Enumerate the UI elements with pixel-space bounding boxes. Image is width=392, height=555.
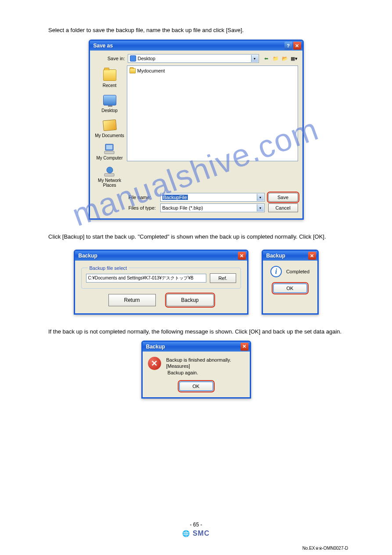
abnormal-line2: [Measures] [166, 363, 231, 370]
place-mydocs-label: My Documents [95, 133, 124, 138]
chevron-down-icon[interactable]: ▼ [251, 55, 258, 62]
return-button[interactable]: Return [108, 294, 156, 306]
save-button[interactable]: Save [268, 193, 298, 202]
close-icon[interactable]: ✕ [308, 252, 316, 260]
save-in-value: Desktop [138, 56, 155, 61]
up-folder-icon[interactable]: 📁 [272, 54, 280, 62]
instruction-line-3: If the back up is not completed normally… [48, 328, 348, 336]
footer-docnum: No.EX※※-OMN0027-D [302, 546, 348, 551]
close-icon[interactable]: ✕ [241, 343, 248, 351]
backup-file-legend: Backup file select [88, 265, 129, 271]
abnormal-line3: Backup again. [166, 370, 231, 376]
places-bar: Recent Desktop My Documents My [93, 65, 127, 190]
filetype-dropdown[interactable]: Backup File (*.bkp) ▼ [160, 203, 265, 212]
filename-value: BackupFile [162, 195, 188, 200]
close-icon[interactable]: ✕ [238, 252, 246, 260]
help-icon[interactable]: ? [284, 42, 292, 50]
cancel-button[interactable]: Cancel [268, 203, 298, 212]
place-network-places[interactable]: My Network Places [94, 166, 125, 188]
file-list-area[interactable]: Mydocument [127, 65, 298, 161]
completed-text: Completed [286, 269, 309, 274]
place-mydocuments[interactable]: My Documents [94, 118, 125, 138]
backup-select-titlebar: Backup ✕ [75, 251, 247, 261]
page-number: - 65 - [0, 522, 392, 528]
chevron-down-icon[interactable]: ▼ [257, 194, 264, 201]
error-icon: ✕ [148, 357, 161, 370]
abnormal-message: Backup is finished abnormally. [Measures… [166, 357, 231, 377]
globe-icon: 🌐 [182, 530, 190, 537]
backup-select-title: Backup [79, 253, 238, 259]
new-folder-icon[interactable]: 📂 [281, 54, 289, 62]
file-item-name: Mydocument [137, 68, 165, 73]
backup-abnormal-dialog: Backup ✕ ✕ Backup is finished abnormally… [141, 341, 251, 399]
backup-completed-dialog: Backup ✕ i Completed OK [262, 250, 319, 315]
place-mycomputer[interactable]: My Computer [94, 143, 125, 160]
chevron-down-icon[interactable]: ▼ [257, 204, 264, 211]
file-item[interactable]: Mydocument [129, 68, 296, 74]
views-icon[interactable]: ▦▾ [290, 54, 298, 62]
recent-folder-icon [103, 69, 116, 81]
backup-select-dialog: Backup ✕ Backup file select Ref. Return … [74, 250, 248, 315]
filename-label: File name: [127, 195, 160, 200]
completed-title: Backup [266, 253, 308, 259]
svg-rect-2 [104, 151, 114, 154]
instruction-line-2: Click [Backup] to start the back up. "Co… [48, 233, 348, 241]
save-in-dropdown[interactable]: Desktop ▼ [128, 54, 259, 63]
instruction-line-1: Select a folder to save the backup file,… [48, 26, 348, 34]
save-as-titlebar: Save as ? ✕ [90, 41, 302, 51]
filename-input[interactable]: BackupFile ▼ [160, 193, 265, 202]
save-in-label: Save in: [93, 56, 128, 61]
info-icon: i [270, 266, 282, 277]
ref-button[interactable]: Ref. [210, 273, 236, 283]
backup-file-select-group: Backup file select Ref. [81, 268, 241, 289]
abnormal-titlebar: Backup ✕ [143, 342, 250, 352]
desktop-icon [130, 55, 136, 62]
ok-button[interactable]: OK [273, 283, 307, 293]
computer-icon [104, 143, 116, 155]
svg-rect-1 [106, 145, 112, 149]
filetype-value: Backup File (*.bkp) [162, 205, 203, 210]
backup-path-input[interactable] [86, 274, 206, 283]
place-recent[interactable]: Recent [94, 68, 125, 88]
svg-rect-4 [104, 174, 114, 176]
place-desktop-label: Desktop [101, 108, 118, 113]
completed-titlebar: Backup ✕ [263, 251, 317, 261]
network-icon [104, 166, 116, 177]
documents-folder-icon [103, 120, 117, 131]
place-recent-label: Recent [103, 83, 117, 88]
backup-button[interactable]: Backup [166, 294, 214, 306]
svg-point-3 [107, 167, 113, 173]
place-desktop[interactable]: Desktop [94, 93, 125, 113]
footer-logo: 🌐 SMC [0, 530, 392, 537]
abnormal-line1: Backup is finished abnormally. [166, 357, 231, 363]
place-netplaces-label: My Network Places [94, 178, 125, 188]
abnormal-title: Backup [146, 344, 241, 350]
folder-icon [129, 68, 136, 73]
back-icon[interactable]: ⬅ [263, 54, 270, 62]
desktop-monitor-icon [103, 95, 116, 105]
save-as-title: Save as [94, 43, 284, 49]
close-icon[interactable]: ✕ [293, 42, 301, 50]
place-mycomp-label: My Computer [96, 156, 122, 160]
filetype-label: Files of type: [127, 205, 160, 210]
save-as-dialog: Save as ? ✕ Save in: Desktop ▼ ⬅ 📁 📂 ▦▾ [89, 40, 304, 220]
ok-button[interactable]: OK [179, 381, 213, 391]
